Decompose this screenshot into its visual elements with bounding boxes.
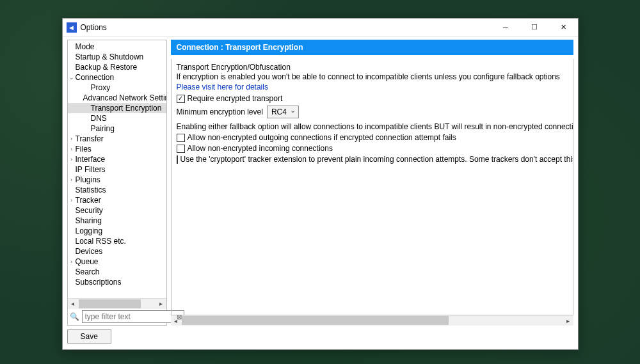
content-header: Connection : Transport Encryption bbox=[171, 40, 573, 55]
content-scroll-track[interactable] bbox=[181, 315, 563, 326]
tree-item-pairing[interactable]: Pairing bbox=[68, 123, 166, 134]
tree-item-advanced-network-settin[interactable]: Advanced Network Settin bbox=[68, 93, 166, 103]
fallback-info: Enabling either fallback option will all… bbox=[177, 122, 568, 131]
tree-item-transfer[interactable]: ›Transfer bbox=[68, 134, 166, 144]
tree-item-statistics[interactable]: Statistics bbox=[68, 185, 166, 195]
tree-item-label: Transport Encryption bbox=[91, 104, 162, 113]
filter-row: 🔍 ⊠ bbox=[68, 308, 166, 325]
tree-item-connection[interactable]: ⌄Connection bbox=[68, 72, 166, 83]
tree-item-label: DNS bbox=[91, 114, 107, 123]
tree-item-backup-restore[interactable]: Backup & Restore bbox=[68, 62, 166, 72]
expander-icon[interactable]: › bbox=[68, 156, 76, 162]
tree-item-files[interactable]: ›Files bbox=[68, 144, 166, 154]
content-pane: Transport Encryption/Obfuscation If encr… bbox=[172, 59, 573, 315]
tree-item-label: Security bbox=[76, 206, 103, 215]
tree-item-label: Files bbox=[76, 145, 92, 154]
window-title: Options bbox=[81, 23, 107, 32]
tree-item-label: Search bbox=[76, 267, 100, 276]
tree-item-label: Devices bbox=[76, 247, 103, 256]
tree-item-logging[interactable]: Logging bbox=[68, 226, 166, 236]
tree-item-label: IP Filters bbox=[76, 165, 106, 174]
content-scroll-wrap: Transport Encryption/Obfuscation If encr… bbox=[171, 59, 573, 315]
tree-item-label: Statistics bbox=[76, 186, 106, 194]
window-body: ModeStartup & ShutdownBackup & Restore⌄C… bbox=[63, 36, 578, 349]
allow-incoming-row[interactable]: Allow non-encrypted incoming connections bbox=[177, 144, 568, 153]
tree-item-label: Plugins bbox=[76, 175, 100, 184]
tree-item-queue[interactable]: ›Queue bbox=[68, 257, 166, 267]
allow-incoming-label: Allow non-encrypted incoming connections bbox=[188, 144, 333, 153]
tree-item-search[interactable]: Search bbox=[68, 267, 166, 277]
tree-item-mode[interactable]: Mode bbox=[68, 42, 166, 52]
tree-item-label: Transfer bbox=[76, 134, 104, 143]
content-area: Connection : Transport Encryption Transp… bbox=[171, 40, 573, 326]
content-scroll-thumb[interactable] bbox=[182, 316, 449, 325]
content-hscroll[interactable]: ◂ ▸ bbox=[171, 315, 573, 326]
expander-icon[interactable]: › bbox=[68, 258, 76, 265]
scroll-right-icon[interactable]: ▸ bbox=[156, 299, 166, 309]
tree-item-tracker[interactable]: ›Tracker bbox=[68, 195, 166, 205]
allow-outgoing-label: Allow non-encrypted outgoing connections… bbox=[188, 133, 456, 142]
tree-item-local-rss-etc-[interactable]: Local RSS etc. bbox=[68, 236, 166, 246]
sidebar-hscroll[interactable]: ◂ ▸ bbox=[68, 298, 166, 308]
cryptoport-row[interactable]: Use the 'cryptoport' tracker extension t… bbox=[177, 155, 568, 164]
tree-item-label: Tracker bbox=[76, 196, 101, 205]
scroll-track[interactable] bbox=[78, 299, 156, 309]
require-encrypted-checkbox[interactable] bbox=[177, 95, 185, 103]
tree-item-security[interactable]: Security bbox=[68, 205, 166, 216]
clear-filter-icon[interactable]: ⊠ bbox=[177, 313, 182, 320]
tree-item-label: Pairing bbox=[91, 124, 115, 133]
tree-item-label: Local RSS etc. bbox=[76, 237, 126, 246]
tree-item-interface[interactable]: ›Interface bbox=[68, 154, 166, 164]
min-level-dropdown[interactable]: RC4 bbox=[267, 106, 299, 118]
cryptoport-label: Use the 'cryptoport' tracker extension t… bbox=[180, 155, 573, 164]
tree-item-label: Backup & Restore bbox=[76, 63, 138, 72]
require-encrypted-label: Require encrypted transport bbox=[188, 94, 283, 103]
expander-icon[interactable]: ⌄ bbox=[68, 74, 76, 81]
tree-item-subscriptions[interactable]: Subscriptions bbox=[68, 277, 166, 287]
tree-item-proxy[interactable]: Proxy bbox=[68, 83, 166, 93]
min-level-row: Minimum encryption level RC4 bbox=[177, 106, 568, 118]
tree-item-label: Subscriptions bbox=[76, 278, 122, 287]
tree-item-sharing[interactable]: Sharing bbox=[68, 216, 166, 226]
tree-item-label: Proxy bbox=[91, 83, 111, 92]
details-link[interactable]: Please visit here for details bbox=[177, 83, 268, 91]
require-encrypted-row[interactable]: Require encrypted transport bbox=[177, 94, 568, 103]
options-tree[interactable]: ModeStartup & ShutdownBackup & Restore⌄C… bbox=[68, 40, 166, 298]
expander-icon[interactable]: › bbox=[68, 177, 76, 183]
allow-incoming-checkbox[interactable] bbox=[177, 145, 185, 153]
save-button[interactable]: Save bbox=[67, 329, 111, 344]
tree-item-devices[interactable]: Devices bbox=[68, 246, 166, 257]
allow-outgoing-checkbox[interactable] bbox=[177, 134, 185, 142]
scroll-thumb[interactable] bbox=[79, 299, 141, 308]
scroll-left-icon[interactable]: ◂ bbox=[68, 299, 78, 309]
allow-outgoing-row[interactable]: Allow non-encrypted outgoing connections… bbox=[177, 133, 568, 142]
tree-item-label: Advanced Network Settin bbox=[83, 93, 166, 102]
app-icon: ◄ bbox=[67, 22, 77, 33]
expander-icon[interactable]: › bbox=[68, 136, 76, 142]
titlebar: ◄ Options ─ ☐ ✕ bbox=[63, 19, 578, 36]
minimize-button[interactable]: ─ bbox=[492, 19, 520, 36]
tree-item-label: Queue bbox=[76, 257, 99, 266]
window-controls: ─ ☐ ✕ bbox=[492, 19, 578, 36]
maximize-button[interactable]: ☐ bbox=[520, 19, 549, 36]
filter-input[interactable] bbox=[82, 310, 184, 323]
tree-item-ip-filters[interactable]: IP Filters bbox=[68, 164, 166, 175]
tree-item-label: Startup & Shutdown bbox=[76, 52, 144, 61]
expander-icon[interactable]: › bbox=[68, 197, 76, 203]
tree-item-label: Mode bbox=[76, 42, 95, 51]
content-scroll-right-icon[interactable]: ▸ bbox=[563, 315, 573, 326]
bottom-bar: Save bbox=[67, 326, 573, 346]
expander-icon[interactable]: › bbox=[68, 146, 76, 152]
tree-item-startup-shutdown[interactable]: Startup & Shutdown bbox=[68, 52, 166, 62]
tree-item-transport-encryption[interactable]: Transport Encryption bbox=[68, 103, 166, 113]
tree-item-plugins[interactable]: ›Plugins bbox=[68, 175, 166, 185]
tree-item-label: Connection bbox=[76, 73, 115, 82]
cryptoport-checkbox[interactable] bbox=[177, 155, 178, 164]
sidebar: ModeStartup & ShutdownBackup & Restore⌄C… bbox=[67, 40, 167, 326]
min-level-value: RC4 bbox=[271, 107, 287, 116]
tree-item-label: Interface bbox=[76, 155, 106, 164]
options-window: ◄ Options ─ ☐ ✕ ModeStartup & ShutdownBa… bbox=[62, 18, 579, 350]
tree-item-dns[interactable]: DNS bbox=[68, 113, 166, 123]
tree-item-label: Sharing bbox=[76, 216, 102, 225]
close-button[interactable]: ✕ bbox=[549, 19, 578, 36]
